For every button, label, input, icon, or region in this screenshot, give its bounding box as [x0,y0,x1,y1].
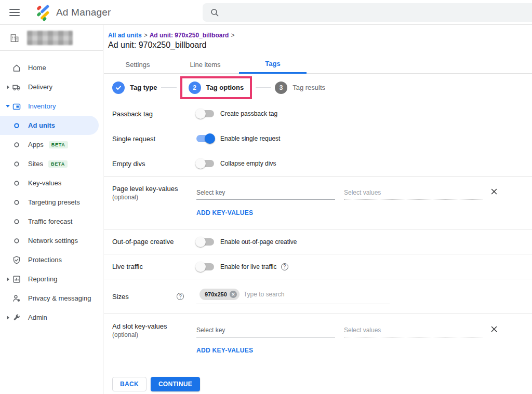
chevron-right-icon [4,85,11,89]
home-icon [11,63,22,73]
sidebar-item-key-values[interactable]: Key-values [0,173,103,193]
sidebar-item-admin[interactable]: Admin [0,308,103,327]
size-chip: 970x250 ✕ [200,289,240,300]
help-icon[interactable]: ? [281,263,288,270]
help-icon[interactable]: ? [177,293,184,300]
empty-divs-toggle[interactable] [196,160,214,167]
sizes-label: Sizes [112,293,129,301]
page-select-values-input[interactable] [344,187,483,200]
step-connector [161,87,177,88]
passback-tag-row: Passback tag Create passback tag [104,101,532,126]
add-key-values-button[interactable]: ADD KEY-VALUES [196,209,253,216]
chevron-right-icon [4,316,11,320]
form-actions: BACK CONTINUE [112,377,532,391]
empty-divs-label: Empty divs [112,160,196,168]
chip-remove-icon[interactable]: ✕ [230,291,237,298]
tab-bar: Settings Line items Tags [104,55,532,74]
radio-circle-icon [11,198,22,207]
global-search-bar[interactable] [203,3,532,22]
optional-label: (optional) [112,194,196,201]
single-request-label: Single request [112,135,196,143]
global-search-input[interactable] [224,8,532,17]
radio-circle-icon [11,140,22,150]
shield-check-icon [11,255,22,265]
breadcrumb-separator: > [144,32,148,39]
step-number-3: 3 [275,81,287,94]
sidebar-item-apps[interactable]: Apps BETA [0,135,103,154]
add-key-values-button[interactable]: ADD KEY-VALUES [196,347,253,354]
wrench-icon [11,313,22,322]
truck-icon [11,83,22,92]
inventory-icon [11,102,22,111]
slot-select-values-input[interactable] [344,324,483,337]
out-of-page-toggle-label: Enable out-of-page creative [220,238,297,246]
menu-icon[interactable] [9,9,20,16]
radio-circle-icon [11,159,22,169]
step-complete-check-icon [112,81,125,94]
radio-circle-icon [11,121,22,130]
breadcrumb-all-ad-units[interactable]: All ad units [108,32,142,39]
tab-settings[interactable]: Settings [104,55,171,74]
remove-key-value-icon[interactable] [490,325,498,333]
ad-slot-key-values-section: Ad slot key-values (optional) ADD KEY-VA… [104,314,532,366]
bar-chart-icon [11,275,22,284]
sidebar-item-ad-units[interactable]: Ad units [0,116,99,135]
tab-line-items[interactable]: Line items [171,55,239,74]
main-content: All ad units>Ad unit: 970x250_billboard>… [104,25,532,394]
tab-tags[interactable]: Tags [239,55,307,74]
breadcrumb: All ad units>Ad unit: 970x250_billboard> [108,32,532,39]
back-button[interactable]: BACK [112,377,147,391]
live-traffic-row: Live traffic Enable for live traffic ? [104,254,532,279]
passback-tag-label: Passback tag [112,110,196,118]
live-traffic-toggle-label: Enable for live traffic [220,263,277,270]
page-title: Ad unit: 970x250_billboard [108,40,532,50]
optional-label: (optional) [112,331,196,338]
remove-key-value-icon[interactable] [490,188,498,195]
continue-button[interactable]: CONTINUE [151,377,200,391]
slot-select-key-input[interactable] [196,324,335,337]
sidebar-item-network-settings[interactable]: Network settings [0,231,103,250]
out-of-page-row: Out-of-page creative Enable out-of-page … [104,229,532,254]
breadcrumb-ad-unit[interactable]: Ad unit: 970x250_billboard [150,32,229,39]
page-level-key-values-section: Page level key-values (optional) ADD KEY… [104,176,532,229]
radio-circle-icon [11,217,22,226]
account-name-redacted [27,31,73,45]
sidebar-item-sites[interactable]: Sites BETA [0,154,103,173]
top-app-bar: Ad Manager [0,0,532,25]
sidebar-item-delivery[interactable]: Delivery [0,77,103,97]
out-of-page-toggle[interactable] [196,238,214,246]
ad-manager-logo-icon [34,4,52,21]
sidebar-item-traffic-forecast[interactable]: Traffic forecast [0,212,103,231]
page-select-key-input[interactable] [196,187,335,200]
step-tag-results[interactable]: 3 Tag results [275,81,325,94]
passback-tag-toggle[interactable] [196,110,214,117]
sidebar-item-home[interactable]: Home [0,58,103,77]
annotation-highlight-box: 2 Tag options [180,76,252,99]
sidebar-item-protections[interactable]: Protections [0,250,103,269]
sizes-search-input[interactable] [244,291,390,298]
sidebar-item-inventory[interactable]: Inventory [0,97,103,116]
tag-stepper: Tag type 2 Tag options 3 Tag results [104,74,532,101]
beta-badge: BETA [48,160,68,168]
passback-toggle-label: Create passback tag [220,110,277,117]
page-key-values-label: Page level key-values (optional) [112,185,196,201]
sidebar-item-targeting-presets[interactable]: Targeting presets [0,193,103,212]
step-tag-type[interactable]: Tag type [112,81,157,94]
sidebar-item-privacy-messaging[interactable]: Privacy & messaging [0,289,103,308]
search-icon [210,8,219,17]
sizes-input-field[interactable]: 970x250 ✕ [196,289,390,304]
single-request-toggle[interactable] [196,135,214,142]
sidebar: Home Delivery Inventory Ad units [0,25,103,394]
live-traffic-label: Live traffic [112,263,196,270]
out-of-page-label: Out-of-page creative [112,238,196,246]
app-title: Ad Manager [56,7,111,18]
account-switcher[interactable] [0,25,103,51]
live-traffic-toggle[interactable] [196,263,214,270]
sidebar-item-reporting[interactable]: Reporting [0,269,103,289]
single-request-toggle-label: Enable single request [220,135,280,142]
sizes-row: Sizes ? 970x250 ✕ [104,279,532,314]
step-tag-options[interactable]: 2 Tag options [189,81,244,94]
single-request-row: Single request Enable single request [104,126,532,151]
radio-circle-icon [11,179,22,188]
radio-circle-icon [11,236,22,246]
